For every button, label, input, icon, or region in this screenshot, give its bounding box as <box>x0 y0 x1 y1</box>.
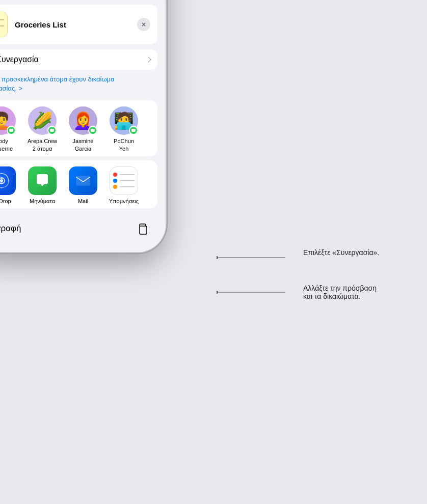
reminders-icon <box>110 166 138 195</box>
collab-button[interactable]: Συνεργασία <box>0 54 150 65</box>
avatar-badge-arepa <box>47 126 57 135</box>
rdot3 <box>113 185 117 189</box>
contact-pochun[interactable]: 🧑‍💻 PoChunYeh <box>105 106 142 152</box>
copy-pages-icon <box>135 221 149 236</box>
avatar-wrapper-rody: 🧑‍🦱 <box>0 106 16 135</box>
apps-row: AirDrop Μηνύματα <box>0 160 157 208</box>
msg-dot-arepa <box>50 129 54 132</box>
svg-point-9 <box>217 291 218 294</box>
notes-content: Σημειώσεις <box>0 0 166 252</box>
svg-rect-5 <box>140 226 147 234</box>
app-label-messages: Μηνύματα <box>30 198 55 204</box>
reminder-row2 <box>113 179 135 183</box>
scene: 9:41 <box>0 0 427 504</box>
rline3 <box>120 186 135 187</box>
annotation-access: Αλλάξτε την πρόσβαση και τα δικαιώματα. <box>288 284 377 300</box>
avatar-wrapper-arepa: 🌽 <box>28 106 57 135</box>
thumb-line3 <box>0 25 4 26</box>
svg-rect-4 <box>76 176 90 185</box>
rdot2 <box>113 179 117 183</box>
app-label-reminders: Υπομνήσεις <box>109 198 139 204</box>
share-note-title: Groceries List <box>15 20 66 29</box>
messages-icon <box>28 166 57 195</box>
app-label-mail: Mail <box>78 198 88 204</box>
collab-chevron-icon <box>145 57 151 62</box>
contact-name-arepa: Arepa Crew2 άτομα <box>28 137 57 152</box>
contact-name-jasmine: JasmineGarcia <box>73 137 94 152</box>
app-mail[interactable]: Mail <box>65 166 101 204</box>
collab-section: Συνεργασία <box>0 49 157 70</box>
contact-jasmine[interactable]: 👩‍🦰 JasmineGarcia <box>65 106 101 152</box>
avatar-badge-pochun <box>129 126 138 135</box>
note-thumbnail <box>0 12 8 37</box>
annotation-line-collab <box>217 251 303 267</box>
annotation-line2-access: και τα δικαιώματα. <box>303 292 377 300</box>
mail-icon <box>69 166 97 195</box>
contact-rody[interactable]: 🧑‍🦱 RodyAlbuerne <box>0 106 20 152</box>
rline1 <box>120 174 135 175</box>
rline2 <box>120 180 135 181</box>
svg-point-3 <box>0 179 3 182</box>
svg-point-7 <box>217 256 218 259</box>
reminder-row1 <box>113 173 135 177</box>
rdot1 <box>113 173 117 177</box>
app-reminders[interactable]: Υπομνήσεις <box>105 166 142 204</box>
access-info[interactable]: Μόνο τα προσκεκλημένα άτομα έχουν δικαίω… <box>0 70 166 96</box>
app-messages[interactable]: Μηνύματα <box>24 166 61 204</box>
reminders-content <box>110 170 138 192</box>
annotation-collab: Επιλέξτε «Συνεργασία». <box>288 248 379 257</box>
annotation-line1-access: Αλλάξτε την πρόσβαση <box>303 284 377 292</box>
msg-dot-jasmine <box>91 129 95 132</box>
avatar-badge-rody <box>7 126 16 135</box>
contact-name-rody: RodyAlbuerne <box>0 137 13 152</box>
contacts-row: 🧑‍🦱 RodyAlbuerne 🌽 <box>0 100 157 156</box>
iphone-frame: 9:41 <box>0 0 166 252</box>
annotation-line-access <box>217 286 303 306</box>
copy-icon-button[interactable] <box>133 219 151 238</box>
share-sheet: Groceries List × <box>0 0 166 252</box>
contact-arepa[interactable]: 🌽 Arepa Crew2 άτομα <box>24 106 61 152</box>
thumb-line1 <box>0 19 4 20</box>
share-header: Groceries List × <box>0 5 157 44</box>
close-button[interactable]: × <box>137 18 150 31</box>
contact-name-pochun: PoChunYeh <box>114 137 134 152</box>
collab-text: Συνεργασία <box>0 55 142 64</box>
avatar-wrapper-pochun: 🧑‍💻 <box>110 106 138 135</box>
avatar-wrapper-jasmine: 👩‍🦰 <box>69 106 97 135</box>
airdrop-icon <box>0 166 16 195</box>
reminder-row3 <box>113 185 135 189</box>
msg-dot-pochun <box>131 129 136 132</box>
avatar-badge-jasmine <box>88 126 97 135</box>
msg-dot-rody <box>9 129 13 132</box>
bottom-actions: Αντιγραφή <box>0 212 166 252</box>
copy-button[interactable]: Αντιγραφή <box>0 223 21 234</box>
annotation-text-collab: Επιλέξτε «Συνεργασία». <box>303 248 379 257</box>
app-label-airdrop: AirDrop <box>0 198 11 204</box>
app-airdrop[interactable]: AirDrop <box>0 166 20 204</box>
annotation-text-access: Αλλάξτε την πρόσβαση και τα δικαιώματα. <box>303 284 377 300</box>
